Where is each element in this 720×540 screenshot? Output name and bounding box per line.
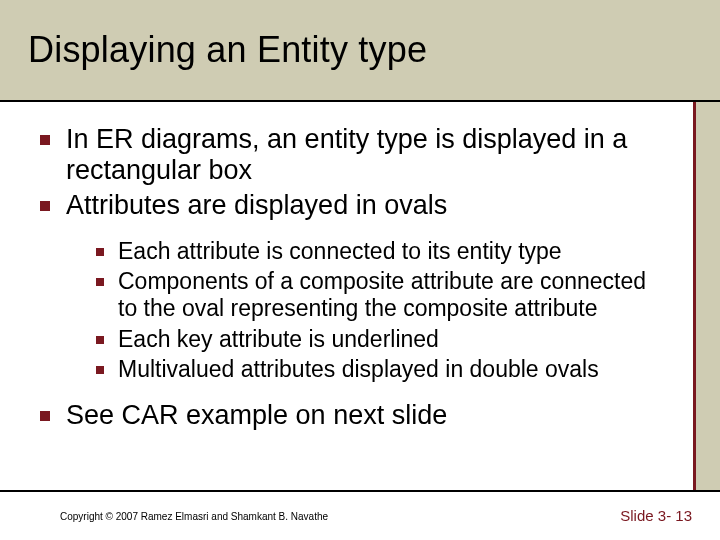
square-bullet-icon — [40, 201, 50, 211]
bullet-level2: Each key attribute is underlined — [96, 326, 665, 353]
bullet-text: Each attribute is connected to its entit… — [118, 238, 665, 265]
spacer — [40, 225, 665, 235]
bullet-level1: Attributes are displayed in ovals — [40, 190, 665, 221]
bullet-level2: Multivalued attributes displayed in doub… — [96, 356, 665, 383]
square-bullet-icon — [96, 278, 104, 286]
side-fill — [696, 102, 720, 490]
slide-title: Displaying an Entity type — [28, 29, 427, 71]
bullet-text: Each key attribute is underlined — [118, 326, 665, 353]
bullet-text: See CAR example on next slide — [66, 400, 665, 431]
bullet-level1: In ER diagrams, an entity type is displa… — [40, 124, 665, 186]
bullet-text: In ER diagrams, an entity type is displa… — [66, 124, 665, 186]
bullet-text: Multivalued attributes displayed in doub… — [118, 356, 665, 383]
square-bullet-icon — [96, 366, 104, 374]
square-bullet-icon — [40, 135, 50, 145]
spacer — [40, 386, 665, 396]
copyright-text: Copyright © 2007 Ramez Elmasri and Shamk… — [60, 511, 328, 522]
side-rule — [693, 102, 696, 490]
square-bullet-icon — [96, 336, 104, 344]
slide: Displaying an Entity type In ER diagrams… — [0, 0, 720, 540]
bullet-level2: Components of a composite attribute are … — [96, 268, 665, 322]
bullet-text: Attributes are displayed in ovals — [66, 190, 665, 221]
footer-line — [0, 490, 720, 492]
slide-number: Slide 3- 13 — [620, 507, 692, 524]
title-underline — [0, 100, 720, 102]
content-area: In ER diagrams, an entity type is displa… — [40, 120, 665, 480]
title-band: Displaying an Entity type — [0, 0, 720, 100]
square-bullet-icon — [40, 411, 50, 421]
bullet-level2: Each attribute is connected to its entit… — [96, 238, 665, 265]
bullet-level1: See CAR example on next slide — [40, 400, 665, 431]
bullet-text: Components of a composite attribute are … — [118, 268, 665, 322]
square-bullet-icon — [96, 248, 104, 256]
